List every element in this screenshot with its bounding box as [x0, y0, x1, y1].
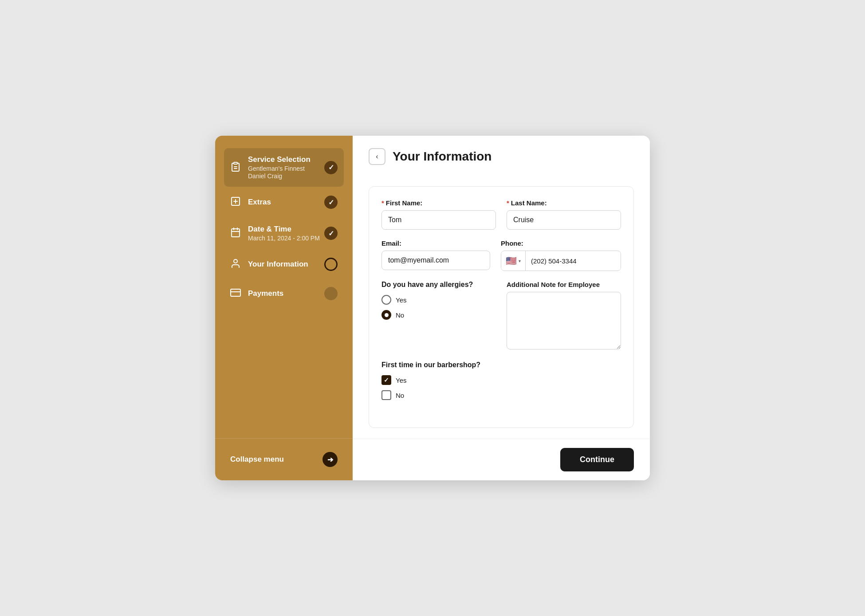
additional-note-textarea[interactable]: [507, 292, 621, 349]
main-header: ‹ Your Information: [353, 136, 650, 174]
form-section: * First Name: * Last Name:: [369, 186, 634, 428]
last-name-required: *: [507, 199, 509, 207]
sidebar-footer: Collapse menu ➔: [215, 438, 353, 480]
allergies-no-option[interactable]: No: [381, 310, 496, 320]
continue-button[interactable]: Continue: [560, 448, 634, 471]
clipboard-icon: [230, 161, 243, 174]
main-footer: Continue: [353, 439, 650, 480]
sidebar-item-your-information[interactable]: Your Information: [224, 251, 344, 278]
sidebar-item-date-time[interactable]: Date & Time March 11, 2024 - 2:00 PM ✓: [224, 218, 344, 249]
main-content: ‹ Your Information * First Name:: [353, 136, 650, 480]
extras-status: ✓: [324, 196, 338, 209]
phone-input-group: 🇺🇸 ▾: [501, 251, 621, 271]
flag-emoji: 🇺🇸: [506, 255, 517, 266]
plus-square-icon: [230, 196, 243, 208]
svg-point-10: [234, 259, 237, 263]
service-selection-status: ✓: [324, 161, 338, 174]
sidebar-item-date-time-label: Date & Time: [248, 225, 324, 234]
contact-row: Email: Phone: 🇺🇸 ▾: [381, 239, 621, 271]
sidebar-item-date-time-sublabel: March 11, 2024 - 2:00 PM: [248, 235, 324, 242]
sidebar-item-service-selection[interactable]: Service Selection Gentleman's Finnest Da…: [224, 148, 344, 187]
collapse-menu-button[interactable]: Collapse menu ➔: [224, 447, 344, 471]
allergies-no-radio[interactable]: [381, 310, 391, 320]
sidebar-item-payments[interactable]: Payments: [224, 280, 344, 307]
allergies-group: Do you have any allergies? Yes No: [381, 281, 496, 351]
allergies-note-row: Do you have any allergies? Yes No: [381, 281, 621, 351]
sidebar-item-extras[interactable]: Extras ✓: [224, 188, 344, 216]
sidebar-item-service-selection-sublabel2: Daniel Craig: [248, 173, 324, 180]
modal-wrapper: Service Selection Gentleman's Finnest Da…: [215, 136, 650, 480]
date-time-status: ✓: [324, 227, 338, 240]
svg-rect-6: [232, 229, 240, 237]
person-icon: [230, 258, 243, 271]
first-name-input[interactable]: [381, 210, 496, 230]
page-title: Your Information: [393, 149, 491, 164]
allergies-no-label: No: [396, 311, 404, 319]
sidebar-item-service-selection-label: Service Selection: [248, 155, 324, 164]
allergies-yes-radio[interactable]: [381, 295, 391, 305]
collapse-icon: ➔: [322, 452, 338, 467]
name-row: * First Name: * Last Name:: [381, 199, 621, 230]
form-scroll-area: * First Name: * Last Name:: [353, 174, 650, 439]
first-time-yes-label: Yes: [396, 377, 406, 384]
additional-note-group: Additional Note for Employee: [507, 281, 621, 351]
first-time-no-option[interactable]: No: [381, 390, 621, 400]
sidebar-item-date-time-text: Date & Time March 11, 2024 - 2:00 PM: [248, 225, 324, 242]
svg-rect-11: [231, 289, 240, 296]
first-name-required: *: [381, 199, 384, 207]
last-name-input[interactable]: [507, 210, 621, 230]
back-button[interactable]: ‹: [369, 148, 385, 165]
first-time-row: First time in our barbershop? ✓ Yes No: [381, 361, 621, 405]
calendar-icon: [230, 227, 243, 239]
last-name-label: * Last Name:: [507, 199, 621, 207]
first-name-group: * First Name:: [381, 199, 496, 230]
first-time-group: First time in our barbershop? ✓ Yes No: [381, 361, 621, 405]
first-time-no-checkbox[interactable]: [381, 390, 391, 400]
your-information-status: [324, 258, 338, 271]
sidebar-item-service-selection-text: Service Selection Gentleman's Finnest Da…: [248, 155, 324, 180]
sidebar-item-extras-text: Extras: [248, 198, 324, 207]
first-time-question-label: First time in our barbershop?: [381, 361, 621, 369]
checkbox-check-icon: ✓: [384, 377, 389, 384]
sidebar-item-service-selection-sublabel: Gentleman's Finnest: [248, 165, 324, 172]
sidebar-item-extras-label: Extras: [248, 198, 324, 207]
sidebar: Service Selection Gentleman's Finnest Da…: [215, 136, 353, 480]
email-group: Email:: [381, 239, 490, 271]
allergies-yes-label: Yes: [396, 296, 406, 304]
phone-country-chevron: ▾: [519, 259, 521, 263]
radio-dot: [385, 313, 389, 317]
sidebar-item-your-information-label: Your Information: [248, 260, 324, 269]
sidebar-item-payments-text: Payments: [248, 289, 324, 298]
chevron-left-icon: ‹: [376, 153, 378, 161]
additional-note-label: Additional Note for Employee: [507, 281, 621, 288]
first-time-no-label: No: [396, 392, 404, 399]
payments-status: [324, 287, 338, 300]
phone-group: Phone: 🇺🇸 ▾: [501, 239, 621, 271]
sidebar-item-payments-label: Payments: [248, 289, 324, 298]
phone-label: Phone:: [501, 239, 621, 247]
first-time-yes-option[interactable]: ✓ Yes: [381, 375, 621, 385]
collapse-menu-label: Collapse menu: [230, 455, 284, 464]
last-name-group: * Last Name:: [507, 199, 621, 230]
card-icon: [230, 287, 243, 300]
phone-country-select[interactable]: 🇺🇸 ▾: [501, 251, 526, 271]
allergies-yes-option[interactable]: Yes: [381, 295, 496, 305]
first-name-label: * First Name:: [381, 199, 496, 207]
phone-number-input[interactable]: [526, 252, 621, 270]
email-label: Email:: [381, 239, 490, 247]
sidebar-item-your-information-text: Your Information: [248, 260, 324, 269]
email-input[interactable]: [381, 251, 490, 270]
svg-rect-0: [234, 162, 237, 164]
allergies-question-label: Do you have any allergies?: [381, 281, 496, 289]
first-time-yes-checkbox[interactable]: ✓: [381, 375, 391, 385]
